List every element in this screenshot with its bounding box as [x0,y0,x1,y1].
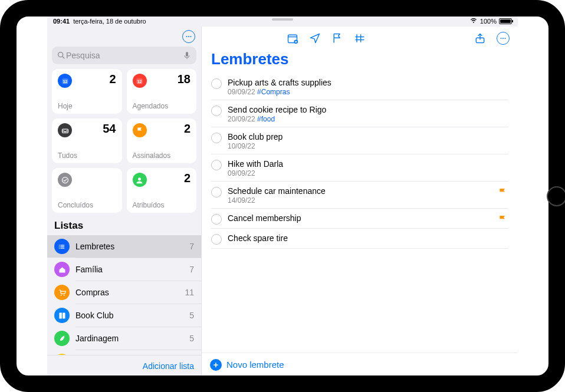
home-button[interactable] [547,186,565,206]
svg-point-32 [501,38,502,39]
complete-toggle[interactable] [211,187,222,197]
sidebar-more-button[interactable] [182,30,195,43]
location-icon[interactable] [309,32,321,44]
smart-card-label: Tudos [58,151,116,160]
reminder-title: Book club prep [228,132,508,141]
reminder-title: Hike with Darla [228,159,508,169]
main-panel: Lembretes Pickup arts & crafts supplies0… [202,27,518,376]
reminder-subtitle: 09/09/22 [228,169,508,177]
wifi-icon [469,18,478,24]
calendar-add-icon[interactable] [287,32,298,44]
tag-icon[interactable] [354,32,366,44]
reminder-title: Schedule car maintenance [228,186,508,196]
svg-point-14 [138,177,141,180]
list-row-book-club[interactable]: Book Club5 [47,304,201,327]
smart-card-count: 2 [184,172,190,185]
svg-point-0 [186,36,188,37]
smart-card-hoje[interactable]: 122Hoje [52,69,122,114]
reminder-subtitle: 09/09/22 #Compras [228,88,508,96]
list-row-lembretes[interactable]: Lembretes7 [47,235,201,258]
reminder-row[interactable]: Check spare tire [211,229,508,249]
sidebar: 122Hoje1218Agendados54Tudos2AssinaladosC… [47,27,202,376]
main-more-button[interactable] [497,32,510,45]
list-row-compras[interactable]: Compras11 [47,281,201,304]
new-reminder-label: Novo lembrete [226,360,284,370]
reminder-tag[interactable]: #Compras [257,88,290,96]
smart-card-agendados[interactable]: 1218Agendados [127,69,197,114]
share-icon[interactable] [474,32,486,44]
reminder-title: Send cookie recipe to Rigo [228,105,508,114]
smart-card-count: 2 [184,122,190,136]
search-input[interactable] [66,51,182,60]
svg-text:12: 12 [137,79,142,83]
svg-point-34 [505,38,506,39]
smart-card-assinalados[interactable]: 2Assinalados [127,118,197,163]
flag-icon [498,187,507,197]
reminder-row[interactable]: Schedule car maintenance14/09/22 [211,182,508,209]
flag-icon[interactable] [331,32,343,44]
smart-card-label: Atribuídos [133,201,191,209]
smart-card-concluídos[interactable]: Concluídos [52,168,122,213]
list-count: 5 [189,334,194,343]
page-title: Lembretes [202,50,518,73]
house-icon [54,262,70,277]
new-reminder-button[interactable]: + Novo lembrete [202,353,518,376]
svg-point-13 [62,177,68,183]
search-field[interactable] [52,47,196,64]
list-name: Família [75,265,183,274]
svg-point-3 [58,52,63,57]
svg-text:12: 12 [63,79,67,83]
mic-icon[interactable] [182,51,192,60]
complete-toggle[interactable] [211,133,222,143]
list-count: 7 [189,265,194,274]
smart-card-label: Agendados [133,102,191,110]
svg-point-20 [58,248,60,249]
complete-toggle[interactable] [211,160,222,170]
battery-text: 100% [480,18,497,25]
list-row-jardinagem[interactable]: Jardinagem5 [47,327,201,350]
add-list-button[interactable]: Adicionar lista [47,355,201,376]
reminder-title: Cancel membership [228,213,508,223]
book-icon [54,308,70,323]
list-row-project-solarflare[interactable]: Project Solarflare [47,350,201,355]
reminder-row[interactable]: Book club prep10/09/22 [211,127,508,154]
reminder-subtitle: 10/09/22 [228,142,508,150]
smart-card-atribuídos[interactable]: 2Atribuídos [127,168,197,213]
smart-card-label: Assinalados [133,151,191,160]
reminder-title: Pickup arts & crafts supplies [228,78,508,87]
list-name: Book Club [75,311,183,320]
multitask-handle[interactable] [272,18,293,21]
status-time: 09:41 [53,18,70,25]
reminder-row[interactable]: Send cookie recipe to Rigo20/09/22 #food [211,100,508,127]
battery-icon [499,18,512,24]
lists-header: Listas [47,218,201,235]
reminder-subtitle: 14/09/22 [228,196,508,205]
svg-point-33 [502,38,504,39]
smart-card-tudos[interactable]: 54Tudos [52,118,122,163]
complete-toggle[interactable] [211,234,222,245]
flag-icon [498,215,507,224]
tray-icon [58,123,72,137]
person-icon [133,173,147,187]
complete-toggle[interactable] [211,106,222,116]
complete-toggle[interactable] [211,78,222,89]
complete-toggle[interactable] [211,214,222,225]
leaf-icon [54,331,70,346]
reminder-row[interactable]: Cancel membership [211,209,508,229]
calendar-icon: 12 [133,74,147,88]
smart-card-count: 18 [178,73,190,86]
flag-icon [133,123,147,137]
reminder-title: Check spare tire [228,233,508,243]
svg-rect-5 [186,52,188,57]
reminder-row[interactable]: Pickup arts & crafts supplies09/09/22 #C… [211,73,508,100]
reminder-subtitle: 20/09/22 #food [228,115,508,123]
reminder-row[interactable]: Hike with Darla09/09/22 [211,154,508,182]
svg-point-21 [60,294,61,295]
reminder-tag[interactable]: #food [257,115,275,123]
svg-point-22 [63,294,64,295]
list-row-família[interactable]: Família7 [47,258,201,281]
list-icon [54,239,70,254]
smart-card-label: Concluídos [58,201,116,209]
svg-point-1 [188,36,189,37]
cart-icon [54,285,70,300]
